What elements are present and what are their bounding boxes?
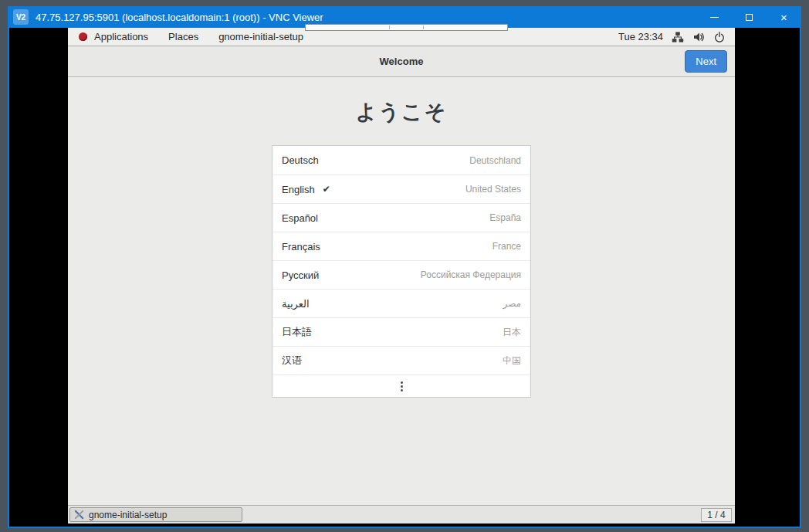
selected-check-icon: ✔	[323, 184, 330, 195]
language-name: English	[282, 184, 315, 195]
language-row[interactable]: Français France	[272, 232, 530, 260]
menu-applications[interactable]: Applications	[79, 31, 148, 42]
welcome-heading: ようこそ	[68, 77, 735, 126]
language-name: العربية	[282, 298, 310, 310]
vnc-logo-icon: V2	[13, 9, 29, 25]
language-name: Français	[282, 241, 320, 252]
language-region: 日本	[503, 326, 521, 339]
vnc-collapsed-toolbar[interactable]	[305, 24, 508, 31]
next-button[interactable]: Next	[685, 50, 727, 73]
maximize-icon	[746, 14, 753, 21]
window-controls: ×	[697, 6, 801, 28]
language-name: 日本語	[282, 325, 312, 339]
vnc-viewer-window: V2 47.75.127.95:5901 (localhost.localdom…	[8, 6, 801, 528]
language-row[interactable]: Español España	[272, 203, 530, 232]
more-languages-row[interactable]	[272, 374, 530, 397]
close-icon: ×	[780, 12, 787, 23]
topbar-menus: Applications Places gnome-initial-setup	[79, 31, 323, 42]
setup-header-bar: Welcome Next	[68, 46, 735, 77]
workspace-indicator[interactable]: 1 / 4	[701, 508, 732, 522]
redhat-logo-icon	[79, 32, 87, 41]
screen: V2 47.75.127.95:5901 (localhost.localdom…	[0, 0, 809, 532]
power-icon[interactable]	[713, 31, 726, 43]
language-name: Deutsch	[282, 154, 319, 166]
setup-page: ようこそ Deutsch Deutschland English ✔ Unite…	[68, 77, 735, 505]
taskbar-item-label: gnome-initial-setup	[89, 510, 167, 520]
language-row[interactable]: 日本語 日本	[272, 317, 530, 346]
language-row[interactable]: Deutsch Deutschland	[272, 146, 530, 175]
window-title: 47.75.127.95:5901 (localhost.localdomain…	[36, 12, 323, 23]
vnc-client-area: Applications Places gnome-initial-setup …	[8, 28, 801, 528]
language-region: Российская Федерация	[421, 269, 521, 280]
language-list: Deutsch Deutschland English ✔ United Sta…	[272, 145, 531, 398]
language-row[interactable]: العربية مصر	[272, 289, 530, 317]
language-region: United States	[465, 184, 521, 195]
tools-icon	[74, 510, 84, 520]
maximize-button[interactable]	[732, 6, 767, 28]
network-icon[interactable]	[672, 31, 684, 43]
volume-icon[interactable]	[692, 31, 705, 43]
language-row[interactable]: Русский Российская Федерация	[272, 260, 530, 289]
language-name: Русский	[282, 269, 319, 281]
language-name: 汉语	[282, 354, 302, 368]
toolbar-divider	[423, 25, 424, 29]
taskbar-item-gnome-initial-setup[interactable]: gnome-initial-setup	[69, 507, 242, 522]
language-region: France	[493, 241, 521, 252]
clock[interactable]: Tue 23:34	[618, 31, 663, 42]
minimize-icon	[710, 17, 719, 18]
menu-applications-label: Applications	[94, 31, 148, 42]
language-region: مصر	[503, 298, 521, 309]
close-button[interactable]: ×	[767, 6, 801, 28]
language-region: 中国	[503, 354, 521, 368]
language-row[interactable]: English ✔ United States	[272, 175, 530, 203]
language-region: España	[489, 212, 521, 223]
menu-places-label: Places	[168, 31, 198, 42]
topbar-status-area: Tue 23:34	[618, 31, 726, 43]
menu-current-app[interactable]: gnome-initial-setup	[218, 31, 303, 42]
language-region: Deutschland	[469, 155, 521, 166]
bottom-taskbar: gnome-initial-setup 1 / 4	[68, 505, 735, 524]
remote-desktop: Applications Places gnome-initial-setup …	[68, 28, 735, 524]
language-row[interactable]: 汉语 中国	[272, 346, 530, 374]
menu-current-app-label: gnome-initial-setup	[218, 31, 303, 42]
menu-places[interactable]: Places	[168, 31, 198, 42]
toolbar-divider	[389, 25, 390, 29]
language-name: Español	[282, 212, 318, 224]
minimize-button[interactable]	[697, 6, 732, 28]
page-title: Welcome	[68, 46, 735, 76]
more-languages-icon	[401, 381, 403, 391]
